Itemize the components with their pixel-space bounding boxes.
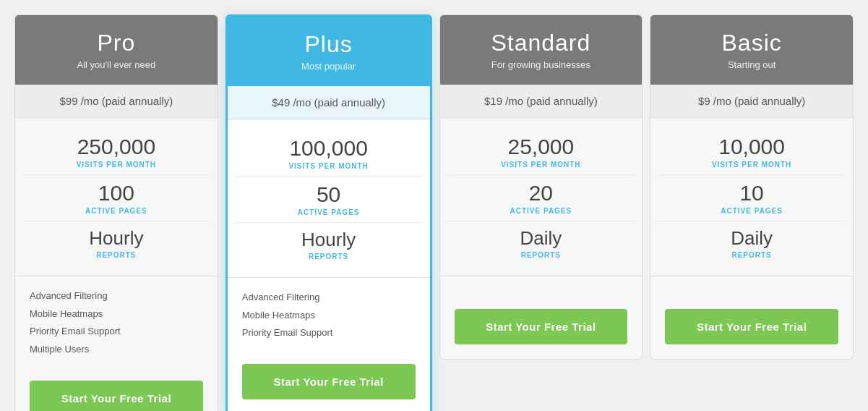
features-list-pro: Advanced FilteringMobile HeatmapsPriorit… (30, 287, 203, 359)
feature-item: Priority Email Support (30, 323, 203, 341)
reports-block-plus: HourlyREPORTS (235, 222, 423, 266)
pages-label-standard: ACTIVE PAGES (447, 207, 635, 215)
plan-cta-standard: Start Your Free Trial (440, 298, 643, 359)
plan-features-standard (440, 276, 643, 298)
visits-number-plus: 100,000 (235, 136, 423, 161)
pages-number-plus: 50 (235, 182, 423, 207)
reports-label-standard: REPORTS (447, 251, 635, 259)
pages-block-plus: 50ACTIVE PAGES (235, 176, 423, 222)
pages-block-basic: 10ACTIVE PAGES (658, 174, 846, 221)
feature-item: Priority Email Support (242, 324, 416, 342)
plan-name-plus: Plus (239, 31, 419, 58)
cta-button-standard[interactable]: Start Your Free Trial (455, 309, 628, 344)
pages-block-standard: 20ACTIVE PAGES (447, 174, 635, 221)
features-list-plus: Advanced FilteringMobile HeatmapsPriorit… (242, 289, 416, 342)
pages-label-plus: ACTIVE PAGES (235, 208, 423, 216)
plan-tagline-plus: Most popular (239, 61, 419, 72)
visits-block-basic: 10,000VISITS PER MONTH (658, 129, 846, 174)
feature-item: Advanced Filtering (30, 287, 203, 305)
visits-label-basic: VISITS PER MONTH (658, 161, 846, 169)
plan-features-basic (650, 276, 853, 298)
plan-name-pro: Pro (26, 30, 207, 56)
plan-tagline-basic: Starting out (661, 59, 842, 70)
reports-number-pro: Hourly (22, 227, 210, 250)
visits-number-pro: 250,000 (22, 135, 210, 159)
plan-features-pro: Advanced FilteringMobile HeatmapsPriorit… (15, 276, 218, 370)
plan-stats-standard: 25,000VISITS PER MONTH20ACTIVE PAGESDail… (440, 118, 643, 276)
plan-price-standard: $19 /mo (paid annually) (440, 85, 643, 118)
visits-block-plus: 100,000VISITS PER MONTH (235, 130, 423, 176)
plan-cta-pro: Start Your Free Trial (15, 370, 218, 411)
plan-price-basic: $9 /mo (paid annually) (650, 85, 853, 118)
plan-card-basic: BasicStarting out$9 /mo (paid annually)1… (650, 14, 854, 360)
plan-name-standard: Standard (451, 30, 632, 56)
reports-block-standard: DailyREPORTS (447, 221, 635, 265)
plan-stats-plus: 100,000VISITS PER MONTH50ACTIVE PAGESHou… (228, 119, 430, 278)
pages-number-pro: 100 (22, 181, 210, 206)
visits-number-basic: 10,000 (658, 135, 846, 159)
plan-cta-plus: Start Your Free Trial (228, 353, 430, 411)
plan-tagline-pro: All you'll ever need (26, 59, 207, 70)
plan-name-basic: Basic (661, 30, 842, 56)
pages-label-pro: ACTIVE PAGES (22, 207, 210, 215)
cta-button-pro[interactable]: Start Your Free Trial (30, 381, 203, 411)
reports-block-basic: DailyREPORTS (658, 221, 846, 265)
plan-card-standard: StandardFor growing businesses$19 /mo (p… (439, 14, 643, 360)
visits-block-pro: 250,000VISITS PER MONTH (22, 129, 210, 174)
reports-label-pro: REPORTS (22, 251, 210, 259)
pages-label-basic: ACTIVE PAGES (658, 207, 846, 215)
plan-cta-basic: Start Your Free Trial (650, 298, 853, 359)
reports-number-standard: Daily (447, 227, 635, 250)
plan-stats-pro: 250,000VISITS PER MONTH100ACTIVE PAGESHo… (15, 118, 218, 276)
plan-header-pro: ProAll you'll ever need (15, 15, 218, 85)
visits-label-pro: VISITS PER MONTH (22, 161, 210, 169)
feature-item: Mobile Heatmaps (242, 307, 416, 325)
reports-number-plus: Hourly (235, 229, 423, 251)
feature-item: Advanced Filtering (242, 289, 416, 307)
reports-block-pro: HourlyREPORTS (22, 221, 210, 265)
visits-label-plus: VISITS PER MONTH (235, 162, 423, 170)
pricing-container: ProAll you'll ever need$99 /mo (paid ann… (14, 14, 854, 411)
reports-label-basic: REPORTS (658, 251, 846, 259)
plan-header-plus: PlusMost popular (228, 17, 430, 86)
feature-item: Mobile Heatmaps (30, 305, 203, 323)
plan-stats-basic: 10,000VISITS PER MONTH10ACTIVE PAGESDail… (650, 118, 853, 276)
plan-price-pro: $99 /mo (paid annually) (15, 85, 218, 118)
plan-header-basic: BasicStarting out (650, 15, 853, 85)
pages-number-basic: 10 (658, 181, 846, 206)
pages-block-pro: 100ACTIVE PAGES (22, 174, 210, 221)
plan-features-plus: Advanced FilteringMobile HeatmapsPriorit… (228, 278, 430, 353)
plan-card-pro: ProAll you'll ever need$99 /mo (paid ann… (14, 14, 218, 411)
cta-button-basic[interactable]: Start Your Free Trial (665, 309, 838, 344)
pages-number-standard: 20 (447, 181, 635, 206)
plan-tagline-standard: For growing businesses (451, 59, 632, 70)
plan-card-plus: PlusMost popular$49 /mo (paid annually)1… (225, 14, 432, 411)
cta-button-plus[interactable]: Start Your Free Trial (242, 364, 416, 399)
reports-number-basic: Daily (658, 227, 846, 250)
plan-header-standard: StandardFor growing businesses (440, 15, 643, 85)
visits-label-standard: VISITS PER MONTH (447, 161, 635, 169)
visits-number-standard: 25,000 (447, 135, 635, 159)
reports-label-plus: REPORTS (235, 253, 423, 260)
visits-block-standard: 25,000VISITS PER MONTH (447, 129, 635, 174)
feature-item: Multiple Users (30, 341, 203, 359)
plan-price-plus: $49 /mo (paid annually) (228, 86, 430, 119)
